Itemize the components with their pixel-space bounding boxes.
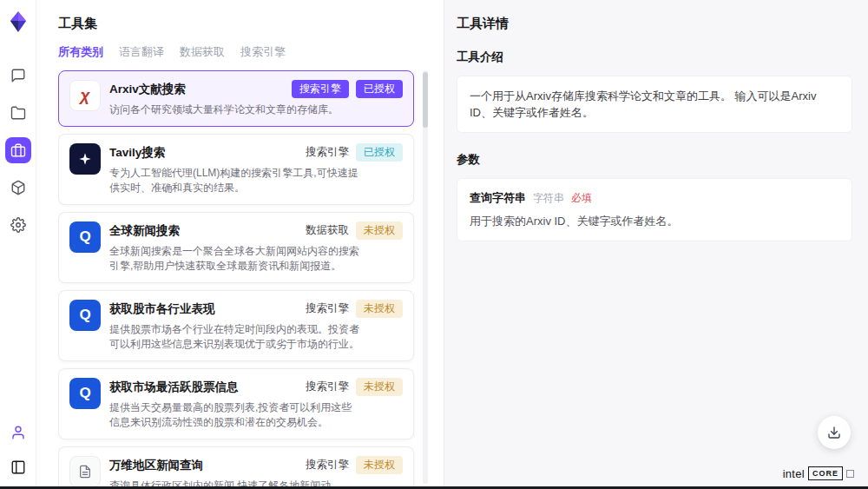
category-label: 搜索引擎 [306, 301, 349, 316]
user-icon[interactable] [5, 420, 31, 446]
category-label: 搜索引擎 [306, 458, 349, 472]
package-icon[interactable] [5, 175, 31, 201]
chat-icon[interactable] [5, 63, 31, 89]
tool-name: 万维地区新闻查询 [109, 457, 203, 474]
tool-name: Tavily搜索 [109, 144, 165, 162]
tool-description: 全球新闻搜索是一个聚合全球各大新闻网站内容的搜索引擎,帮助用户快速获取全球最新资… [109, 244, 359, 274]
tool-description: 访问各个研究领域大量科学论文和文章的存储库。 [109, 102, 359, 117]
app-logo [9, 10, 28, 33]
auth-status-badge: 未授权 [356, 456, 403, 474]
download-button[interactable] [818, 416, 851, 449]
scrollbar-track [423, 70, 428, 484]
param-card: 查询字符串 字符串 必填 用于搜索的Arxiv ID、关键字或作者姓名。 [457, 178, 852, 241]
tool-name: Arxiv文献搜索 [109, 81, 186, 98]
auth-status-badge: 已授权 [356, 80, 403, 98]
tool-card-global-news[interactable]: Q 全球新闻搜索 数据获取 未授权 全球新闻搜索是一个聚合全球各大新闻网站内容的… [58, 212, 414, 283]
tool-list-panel: 工具集 所有类别 语言翻译 数据获取 搜索引擎 χ Arxiv文献搜索 搜索引擎… [36, 0, 444, 489]
tool-name: 获取市场最活跃股票信息 [109, 379, 239, 396]
toolbox-icon[interactable] [5, 137, 31, 163]
tavily-icon [69, 143, 101, 175]
arxiv-icon: χ [69, 80, 101, 111]
tool-card-tavily[interactable]: Tavily搜索 搜索引擎 已授权 专为人工智能代理(LLM)构建的搜索引擎工具… [58, 134, 414, 205]
category-tabs: 所有类别 语言翻译 数据获取 搜索引擎 [58, 44, 428, 60]
icon-rail [0, 0, 36, 489]
tool-detail-panel: 工具详情 工具介绍 一个用于从Arxiv存储库搜索科学论文和文章的工具。 输入可… [444, 0, 868, 489]
params-section-title: 参数 [457, 152, 852, 168]
core-wordmark: CORE [808, 466, 843, 480]
tab-search-engine[interactable]: 搜索引擎 [240, 44, 286, 60]
scrollbar-thumb[interactable] [423, 72, 428, 128]
intel-core-logo: intel CORE [783, 466, 854, 480]
auth-status-badge: 未授权 [356, 221, 403, 240]
intro-text: 一个用于从Arxiv存储库搜索科学论文和文章的工具。 输入可以是Arxiv ID… [470, 88, 839, 121]
stock-sector-icon: Q [69, 300, 101, 331]
tab-data-fetch[interactable]: 数据获取 [180, 44, 225, 60]
auth-status-badge: 未授权 [356, 300, 403, 318]
page-title: 工具集 [58, 16, 428, 32]
tool-name: 获取股市各行业表现 [109, 301, 215, 318]
tool-description: 专为人工智能代理(LLM)构建的搜索引擎工具,可快速提供实时、准确和真实的结果。 [109, 166, 359, 195]
param-description: 用于搜索的Arxiv ID、关键字或作者姓名。 [470, 214, 839, 229]
active-stocks-icon: Q [69, 378, 101, 409]
tool-card-regional-news[interactable]: 万维地区新闻查询 搜索引擎 未授权 查询具体行政区划内的新闻,快速了解各地新闻动 [58, 446, 414, 489]
category-badge: 搜索引擎 [292, 80, 349, 98]
intro-section-title: 工具介绍 [457, 50, 852, 65]
intro-card: 一个用于从Arxiv存储库搜索科学论文和文章的工具。 输入可以是Arxiv ID… [457, 76, 852, 133]
tool-card-active-stocks[interactable]: Q 获取市场最活跃股票信息 搜索引擎 未授权 提供当天交易量最高的股票列表,投资… [58, 368, 414, 439]
intel-wordmark: intel [783, 467, 805, 480]
tool-name: 全球新闻搜索 [109, 222, 180, 240]
tab-language-translation[interactable]: 语言翻译 [119, 44, 164, 60]
param-type: 字符串 [533, 191, 564, 206]
param-required-flag: 必填 [571, 191, 592, 206]
auth-status-badge: 未授权 [356, 378, 403, 396]
regional-news-icon [69, 456, 101, 487]
tab-all-categories[interactable]: 所有类别 [58, 44, 103, 60]
detail-title: 工具详情 [457, 16, 852, 32]
category-label: 搜索引擎 [306, 380, 349, 394]
core-tier-mark [846, 470, 854, 478]
tool-card-list: χ Arxiv文献搜索 搜索引擎 已授权 访问各个研究领域大量科学论文和文章的存… [58, 70, 428, 489]
folder-icon[interactable] [5, 100, 31, 126]
tool-card-stock-sector[interactable]: Q 获取股市各行业表现 搜索引擎 未授权 提供股票市场各个行业在特定时间段内的表… [58, 290, 414, 361]
category-label: 搜索引擎 [306, 145, 349, 160]
category-label: 数据获取 [306, 223, 349, 238]
auth-status-badge: 已授权 [356, 143, 403, 162]
download-icon [827, 426, 841, 439]
tool-card-arxiv[interactable]: χ Arxiv文献搜索 搜索引擎 已授权 访问各个研究领域大量科学论文和文章的存… [58, 70, 414, 127]
panel-toggle-icon[interactable] [5, 454, 31, 480]
settings-icon[interactable] [5, 212, 31, 238]
global-news-icon: Q [69, 221, 101, 253]
param-name: 查询字符串 [470, 190, 526, 206]
tool-description: 提供股票市场各个行业在特定时间段内的表现。投资者可以利用这些信息来识别表现优于或… [109, 322, 359, 352]
tool-description: 提供当天交易量最高的股票列表,投资者可以利用这些信息来识别流动性强的股票和潜在的… [109, 400, 359, 430]
